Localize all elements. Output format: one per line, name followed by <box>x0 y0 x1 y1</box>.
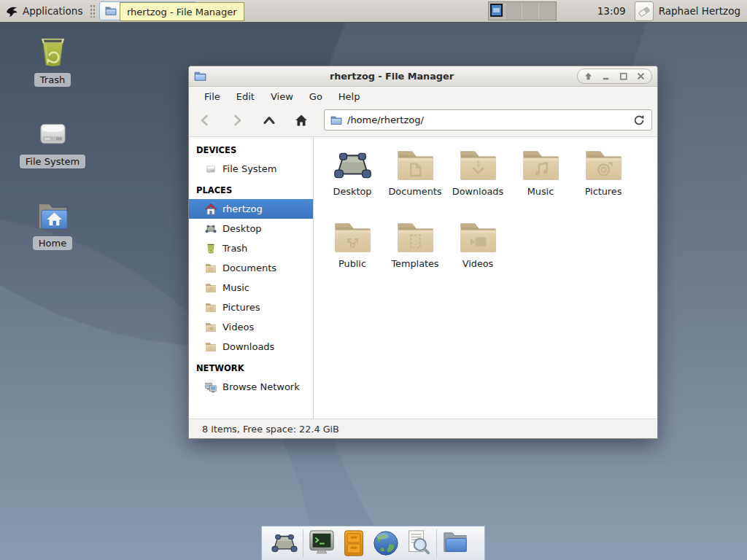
workspace-1[interactable] <box>489 2 506 20</box>
tasklist-grip[interactable] <box>90 4 95 18</box>
sidebar-item-videos[interactable]: Videos <box>189 317 313 337</box>
status-text: 8 items, Free space: 22.4 GiB <box>202 424 339 435</box>
window-controls <box>577 69 652 84</box>
sidebar-header-places: PLACES <box>189 179 313 199</box>
sidebar-item-label: Trash <box>222 243 247 254</box>
workspace-3[interactable] <box>522 2 539 20</box>
forward-icon <box>230 113 244 128</box>
desktop-icon-home[interactable]: Home <box>18 200 88 250</box>
file-downloads[interactable]: Downloads <box>446 144 509 217</box>
applications-label: Applications <box>23 5 82 17</box>
up-button[interactable] <box>258 110 280 131</box>
downloads-folder-icon <box>458 147 498 184</box>
menu-file[interactable]: File <box>196 90 228 104</box>
dock-search-files-button[interactable] <box>402 529 434 558</box>
music-folder-icon <box>205 282 217 294</box>
reload-button[interactable] <box>632 114 646 127</box>
sidebar-item-downloads[interactable]: Downloads <box>189 337 313 357</box>
close-button[interactable] <box>635 71 646 82</box>
sidebar-item-label: Browse Network <box>222 381 300 392</box>
icon-grid: Desktop Documents Downloads Music <box>321 144 657 289</box>
file-music[interactable]: Music <box>509 144 572 217</box>
downloads-folder-icon <box>205 341 217 353</box>
sidebar-item-label: Pictures <box>222 302 260 313</box>
file-label: Pictures <box>585 186 622 197</box>
desktop-icon-label: Home <box>33 236 72 250</box>
dock-file-cabinet-button[interactable] <box>338 529 370 558</box>
location-folder-icon <box>330 114 342 126</box>
menu-view[interactable]: View <box>263 90 301 104</box>
desktop-icon-file-system[interactable]: File System <box>18 118 88 168</box>
desktop-icon-label: Trash <box>34 73 71 87</box>
location-path[interactable]: /home/rhertzog/ <box>347 114 424 125</box>
window-body: DEVICES File System PLACES rhertzog Desk… <box>189 136 657 419</box>
sidebar-item-rhertzog[interactable]: rhertzog <box>189 199 313 219</box>
menu-go[interactable]: Go <box>301 90 330 104</box>
file-desktop[interactable]: Desktop <box>321 144 384 217</box>
file-view[interactable]: Desktop Documents Downloads Music <box>314 137 657 419</box>
location-bar[interactable]: /home/rhertzog/ <box>324 109 652 131</box>
dock-web-browser-button[interactable] <box>370 529 402 558</box>
sidebar-item-label: Music <box>222 282 249 293</box>
dock-terminal-button[interactable] <box>306 529 338 558</box>
user-action-button[interactable] <box>635 1 654 21</box>
minimize-button[interactable] <box>600 71 611 82</box>
statusbar: 8 items, Free space: 22.4 GiB <box>189 419 657 438</box>
music-folder-icon <box>521 147 561 184</box>
desktop-icon-trash[interactable]: Trash <box>18 36 88 87</box>
workspace-2[interactable] <box>506 2 522 20</box>
desktop: Applications rhertzog - File Manager rhe… <box>0 0 747 560</box>
trash-icon <box>36 36 70 69</box>
home-folder-icon <box>36 200 70 232</box>
dock-file-manager-button[interactable] <box>439 529 471 558</box>
applications-menu[interactable]: Applications <box>0 0 88 22</box>
file-videos[interactable]: Videos <box>446 217 509 289</box>
file-documents[interactable]: Documents <box>384 144 446 217</box>
desktop-icon-label: File System <box>20 155 85 168</box>
dock-separator <box>303 529 303 557</box>
sidebar-item-pictures[interactable]: Pictures <box>189 298 313 317</box>
workspace-window-thumbnail <box>490 4 503 17</box>
shade-button[interactable] <box>583 71 594 82</box>
sidebar-header-devices: DEVICES <box>189 139 313 159</box>
sidebar-item-music[interactable]: Music <box>189 278 313 298</box>
pictures-folder-icon <box>584 147 624 184</box>
back-icon <box>198 113 212 128</box>
toolbar: /home/rhertzog/ <box>189 107 657 136</box>
search-document-icon <box>404 529 432 557</box>
sidebar-item-browse-network[interactable]: Browse Network <box>189 377 313 397</box>
sidebar-item-desktop[interactable]: Desktop <box>189 219 313 238</box>
trash-icon <box>205 243 217 254</box>
home-icon <box>205 203 217 215</box>
file-label: Music <box>527 186 554 197</box>
sidebar: DEVICES File System PLACES rhertzog Desk… <box>189 137 314 419</box>
templates-folder-icon <box>395 219 436 256</box>
file-manager-window: rhertzog - File Manager File Edit View G… <box>188 66 658 439</box>
maximize-button[interactable] <box>618 71 629 82</box>
sidebar-item-trash[interactable]: Trash <box>189 238 313 258</box>
file-templates[interactable]: Templates <box>384 217 446 289</box>
titlebar[interactable]: rhertzog - File Manager <box>189 66 657 87</box>
window-title: rhertzog - File Manager <box>206 71 577 82</box>
back-button[interactable] <box>194 110 216 131</box>
file-label: Templates <box>391 258 438 269</box>
home-button[interactable] <box>290 110 312 131</box>
menu-help[interactable]: Help <box>330 90 368 104</box>
blue-folder-icon <box>441 529 469 557</box>
sidebar-item-file-system[interactable]: File System <box>189 159 313 179</box>
clock[interactable]: 13:09 <box>597 5 626 17</box>
user-name[interactable]: Raphael Hertzog <box>659 5 740 17</box>
file-pictures[interactable]: Pictures <box>572 144 635 217</box>
sidebar-item-label: Videos <box>222 322 254 332</box>
terminal-icon <box>308 529 336 557</box>
workspace-4[interactable] <box>539 2 556 20</box>
dock-show-desktop-button[interactable] <box>268 529 301 558</box>
forward-button[interactable] <box>226 110 248 131</box>
harddrive-icon <box>36 118 70 150</box>
taskbar-tooltip: rhertzog - File Manager <box>120 2 244 21</box>
menu-edit[interactable]: Edit <box>228 90 263 104</box>
network-icon <box>205 381 217 393</box>
sidebar-item-label: Documents <box>222 262 276 273</box>
file-public[interactable]: Public <box>321 217 384 289</box>
sidebar-item-documents[interactable]: Documents <box>189 258 313 278</box>
